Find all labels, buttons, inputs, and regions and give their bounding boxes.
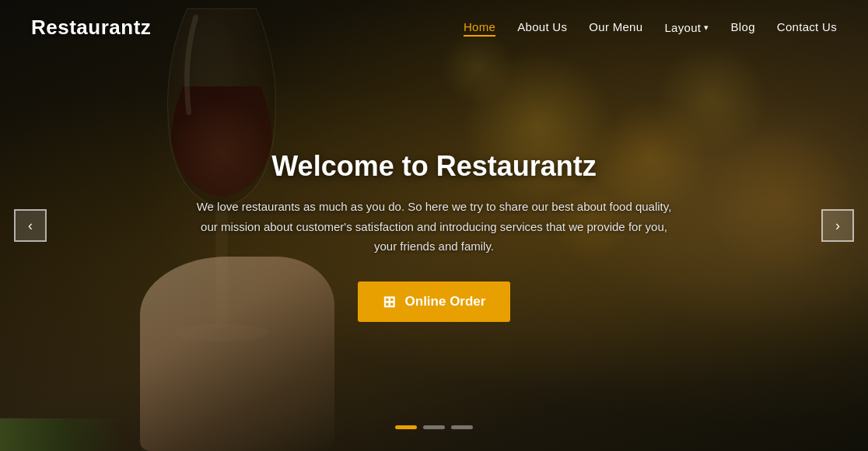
slide-dot-2[interactable] [423, 425, 445, 429]
nav-link-layout[interactable]: Layout ▾ [664, 21, 709, 34]
next-slide-button[interactable]: › [821, 209, 854, 242]
nav-item-menu[interactable]: Our Menu [589, 20, 642, 34]
brand-logo[interactable]: Restaurantz [31, 16, 151, 40]
nav-links: Home About Us Our Menu Layout ▾ Blog Con… [464, 20, 837, 34]
slide-dots [395, 425, 473, 429]
bottom-strip [0, 418, 124, 451]
hero-section: Restaurantz Home About Us Our Menu Layou… [0, 0, 868, 451]
nav-item-layout[interactable]: Layout ▾ [664, 21, 709, 34]
chevron-down-icon: ▾ [704, 23, 709, 33]
prev-arrow-icon: ‹ [28, 218, 33, 234]
slide-dot-1[interactable] [395, 425, 417, 429]
online-order-button[interactable]: ⊞ Online Order [358, 281, 511, 321]
cta-label: Online Order [405, 293, 486, 309]
order-icon: ⊞ [383, 292, 396, 310]
nav-item-blog[interactable]: Blog [731, 20, 755, 34]
nav-item-home[interactable]: Home [464, 20, 495, 34]
prev-slide-button[interactable]: ‹ [14, 209, 47, 242]
hero-content: Welcome to Restaurantz We love restauran… [162, 150, 706, 322]
nav-item-contact[interactable]: Contact Us [777, 20, 837, 34]
nav-link-contact[interactable]: Contact Us [777, 20, 837, 33]
nav-item-about[interactable]: About Us [517, 20, 567, 34]
navbar: Restaurantz Home About Us Our Menu Layou… [0, 0, 868, 54]
nav-link-about[interactable]: About Us [517, 20, 567, 33]
next-arrow-icon: › [835, 218, 840, 234]
nav-link-home[interactable]: Home [464, 20, 495, 37]
hero-subtitle: We love restaurants as much as you do. S… [193, 197, 675, 257]
hero-title: Welcome to Restaurantz [162, 150, 706, 183]
slide-dot-3[interactable] [451, 425, 473, 429]
nav-link-menu[interactable]: Our Menu [589, 20, 642, 33]
nav-link-blog[interactable]: Blog [731, 20, 755, 33]
